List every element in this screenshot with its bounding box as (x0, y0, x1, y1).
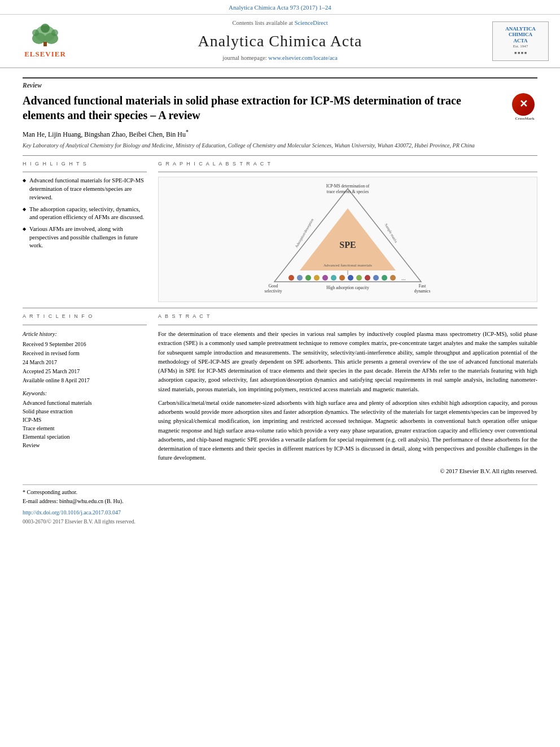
svg-text:Good: Good (269, 283, 278, 289)
svg-text:Advanced functional materials: Advanced functional materials (323, 263, 372, 268)
highlights-abstract-row: H I G H L I G H T S Advanced functional … (23, 160, 537, 303)
svg-point-5 (51, 29, 58, 36)
crossmark-icon: ✕ (519, 98, 528, 111)
section-type-label: Review (23, 81, 537, 90)
svg-text:trace elements & species: trace elements & species (327, 189, 369, 194)
svg-text:Fast: Fast (419, 283, 426, 289)
authors-line: Man He, Lijin Huang, Bingshan Zhao, Beib… (23, 128, 537, 139)
citation-text: Analytica Chimica Acta 973 (2017) 1–24 (229, 4, 331, 11)
graphical-abstract-column: G R A P H I C A L A B S T R A C T SPE IC… (158, 160, 537, 303)
email-link[interactable]: binhu@whu.edu.cn (59, 498, 103, 504)
keyword-3: ICP-MS (23, 416, 147, 424)
main-content: Review Advanced functional materials in … (0, 68, 560, 526)
svg-text:ICP-MS determination of: ICP-MS determination of (326, 184, 370, 189)
paper-title-text: Advanced functional materials in solid p… (23, 94, 461, 121)
svg-rect-3 (43, 42, 47, 46)
highlights-divider (23, 172, 147, 172)
keyword-4: Trace element (23, 424, 147, 433)
svg-point-4 (32, 29, 39, 36)
sciencedirect-link[interactable]: ScienceDirect (295, 20, 328, 26)
svg-point-27 (348, 275, 353, 281)
svg-text:...: ... (401, 275, 406, 281)
copyright-line: © 2017 Elsevier B.V. All rights reserved… (158, 468, 537, 476)
svg-text:SPE: SPE (339, 240, 356, 250)
keyword-5: Elemental speciation (23, 433, 147, 441)
citation-bar: Analytica Chimica Acta 973 (2017) 1–24 (0, 0, 560, 15)
keyword-6: Review (23, 441, 147, 449)
corresponding-label: * Corresponding author. (23, 489, 77, 495)
svg-point-25 (331, 275, 336, 281)
svg-marker-8 (300, 208, 396, 270)
logo-extra: ■ ■ ■ ■ (514, 51, 527, 56)
divider-2 (23, 308, 537, 308)
svg-point-30 (373, 275, 379, 281)
svg-point-31 (382, 275, 387, 281)
elsevier-logo: ELSEVIER (11, 23, 79, 59)
corresponding-star: * (186, 129, 189, 135)
svg-point-20 (288, 275, 294, 281)
triangle-diagram: SPE ICP-MS determination of trace elemen… (257, 183, 438, 296)
svg-text:selectivity: selectivity (265, 289, 282, 294)
highlight-item-2: The adsorption capacity, selectivity, dy… (23, 206, 147, 222)
svg-point-24 (322, 275, 328, 281)
journal-header: ELSEVIER Contents lists available at Sci… (0, 15, 560, 68)
footnotes-section: * Corresponding author. E-mail address: … (23, 484, 537, 526)
elsevier-logo-area: ELSEVIER (11, 23, 79, 59)
highlight-item-1: Advanced functional materials for SPE-IC… (23, 177, 147, 202)
svg-text:Sample matrix: Sample matrix (384, 223, 399, 244)
abstract-divider (158, 325, 537, 325)
abstract-column: A B S T R A C T For the determination of… (158, 313, 537, 475)
authors-text: Man He, Lijin Huang, Bingshan Zhao, Beib… (23, 130, 186, 138)
keywords-section: Keywords: Advanced functional materials … (23, 390, 147, 449)
article-info-divider (23, 325, 147, 325)
doi-section: http://dx.doi.org/10.1016/j.aca.2017.03.… (23, 508, 537, 517)
email-label: E-mail address: (23, 498, 58, 504)
highlights-list: Advanced functional materials for SPE-IC… (23, 177, 147, 250)
graphical-abstract-label: G R A P H I C A L A B S T R A C T (158, 160, 537, 168)
highlights-column: H I G H L I G H T S Advanced functional … (23, 160, 147, 303)
top-divider (23, 77, 537, 78)
history-label: Article history: (23, 330, 147, 339)
journal-logo-box: ANALYTICACHIMICAACTA Est. 1947 ■ ■ ■ ■ (492, 21, 549, 61)
abstract-paragraph-1: For the determination of trace elements … (158, 330, 537, 394)
journal-title: Analytica Chimica Acta (79, 30, 481, 52)
accepted-date: Accepted 25 March 2017 (23, 367, 147, 376)
highlight-item-3: Various AFMs are involved, along with pe… (23, 225, 147, 250)
issn-line: 0003-2670/© 2017 Elsevier B.V. All right… (23, 518, 537, 526)
article-info-column: A R T I C L E I N F O Article history: R… (23, 313, 147, 475)
svg-text:High adsorption capacity: High adsorption capacity (326, 285, 369, 290)
crossmark-circle: ✕ (512, 93, 535, 116)
received-date: Received 9 September 2016 (23, 340, 147, 349)
svg-point-23 (314, 275, 320, 281)
footnote-email-line: E-mail address: binhu@whu.edu.cn (B. Hu)… (23, 497, 537, 505)
homepage-prefix: journal homepage: (222, 55, 266, 61)
revised-date: 24 March 2017 (23, 358, 147, 367)
article-history: Article history: Received 9 September 20… (23, 330, 147, 385)
abstract-paragraph-2: Carbon/silica/metal/metal oxide nanomete… (158, 399, 537, 463)
crossmark-badge: ✕ CrossMark (512, 93, 537, 119)
keyword-1: Advanced functional materials (23, 399, 147, 407)
abstract-label: A B S T R A C T (158, 313, 537, 320)
keywords-label: Keywords: (23, 390, 147, 397)
svg-point-6 (41, 24, 50, 33)
available-online-date: Available online 8 April 2017 (23, 376, 147, 385)
doi-link[interactable]: http://dx.doi.org/10.1016/j.aca.2017.03.… (23, 509, 121, 516)
homepage-link[interactable]: www.elsevier.com/locate/aca (268, 55, 337, 61)
email-suffix: (B. Hu). (105, 498, 124, 504)
svg-point-21 (297, 275, 303, 281)
elsevier-label: ELSEVIER (24, 49, 66, 59)
crossmark-label: CrossMark (512, 116, 537, 121)
svg-point-22 (305, 275, 311, 281)
svg-point-26 (339, 275, 345, 281)
elsevier-tree-icon (30, 23, 61, 48)
contents-prefix: Contents lists available at (232, 20, 293, 26)
graphical-abstract-box: SPE ICP-MS determination of trace elemen… (158, 177, 537, 302)
keyword-2: Solid phase extraction (23, 407, 147, 416)
journal-info-center: Contents lists available at ScienceDirec… (79, 19, 481, 63)
keywords-list: Advanced functional materials Solid phas… (23, 399, 147, 449)
received-revised-label: Received in revised form (23, 349, 147, 358)
homepage-line: journal homepage: www.elsevier.com/locat… (79, 54, 481, 63)
logo-sub: Est. 1947 (513, 44, 528, 50)
svg-point-29 (365, 275, 370, 281)
abstract-text: For the determination of trace elements … (158, 330, 537, 463)
